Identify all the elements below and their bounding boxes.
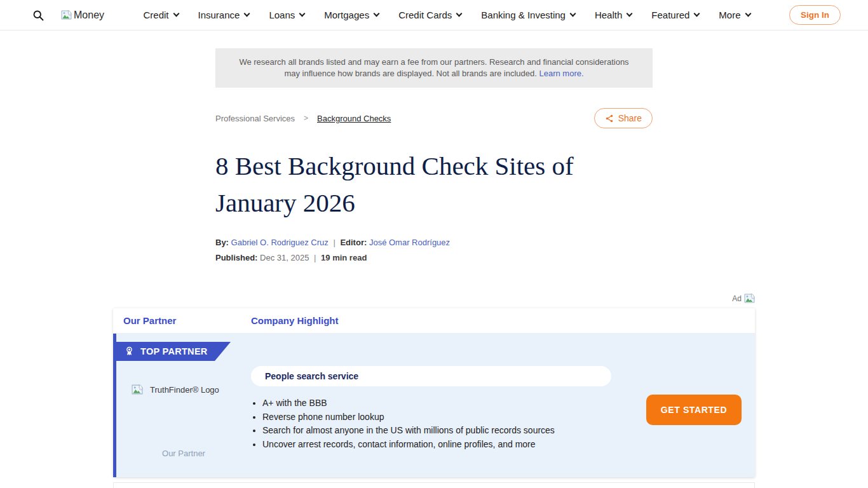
nav-menu-item[interactable]: Credit Cards	[398, 10, 461, 20]
chevron-down-icon	[456, 11, 463, 17]
nav-menu-item[interactable]: Credit	[144, 10, 179, 20]
highlight-bullet: Search for almost anyone in the US with …	[262, 426, 555, 435]
nav-menu-item-label: Insurance	[198, 10, 240, 20]
ad-label-row: Ad	[113, 294, 755, 303]
chevron-down-icon	[694, 11, 700, 17]
company-highlight-column-header: Company Highlight	[251, 315, 339, 326]
top-partner-ribbon: TOP PARTNER	[116, 342, 231, 361]
chevron-down-icon	[244, 11, 250, 17]
breadcrumb-current[interactable]: Background Checks	[317, 114, 391, 123]
published-separator: |	[314, 253, 316, 262]
published-label: Published:	[215, 253, 257, 262]
byline: By: Gabriel O. Rodriguez Cruz | Editor: …	[215, 238, 868, 262]
money-logo[interactable]: Money	[61, 10, 104, 21]
medal-icon	[125, 346, 134, 356]
service-category-pill: People search service	[251, 366, 611, 386]
highlight-bullet: Uncover arrest records, contact informat…	[262, 440, 555, 449]
chevron-down-icon	[569, 11, 576, 17]
chevron-down-icon	[627, 11, 633, 17]
nav-menu-item-label: Health	[595, 10, 622, 20]
chevron-down-icon	[374, 11, 380, 17]
search-icon[interactable]	[32, 9, 44, 22]
nav-menu-item-label: More	[719, 10, 740, 20]
broken-image-icon	[132, 384, 143, 395]
by-label: By:	[215, 238, 229, 247]
partner-logo-alt-text: TruthFinder® Logo	[150, 385, 219, 395]
nav-menu-item[interactable]: Insurance	[198, 10, 250, 20]
nav-menu-item-label: Featured	[651, 10, 689, 20]
editor-label: Editor:	[340, 238, 367, 247]
breadcrumb-row: Professional Services > Background Check…	[215, 108, 653, 128]
byline-separator: |	[333, 238, 335, 247]
next-partner-card-stub	[113, 482, 755, 488]
published-date: Dec 31, 2025	[260, 253, 309, 262]
broken-image-icon	[744, 294, 755, 303]
nav-menu-item-label: Credit	[144, 10, 169, 20]
breadcrumb-parent[interactable]: Professional Services	[215, 114, 295, 123]
highlight-bullet: Reverse phone number lookup	[262, 412, 555, 421]
editor-link[interactable]: José Omar Rodríguez	[369, 238, 450, 247]
learn-more-link[interactable]: Learn more.	[539, 69, 583, 78]
top-navigation-bar: Money Credit Insurance Loans Mortgages	[0, 0, 868, 30]
chevron-down-icon	[299, 11, 306, 17]
share-icon	[605, 114, 614, 123]
top-partner-card: Our Partner Company Highlight TOP PARTNE…	[113, 308, 755, 477]
top-partner-ribbon-label: TOP PARTNER	[140, 346, 208, 356]
chevron-down-icon	[745, 11, 751, 17]
breadcrumb-separator-icon: >	[304, 114, 308, 123]
nav-menu-item-label: Credit Cards	[398, 10, 452, 20]
logo-alt-text: Money	[74, 10, 104, 21]
highlight-bullet-list: A+ with the BBB Reverse phone number loo…	[262, 398, 555, 453]
published-line: Published: Dec 31, 2025 | 19 min read	[215, 253, 868, 262]
sign-in-button[interactable]: Sign In	[789, 5, 841, 25]
our-partner-caption: Our Partner	[116, 449, 251, 458]
share-button-label: Share	[618, 113, 642, 123]
page-title-line1: 8 Best Background Check Sites of	[215, 147, 660, 184]
author-link[interactable]: Gabriel O. Rodriguez Cruz	[231, 238, 329, 247]
our-partner-column-header: Our Partner	[113, 315, 251, 326]
breadcrumb: Professional Services > Background Check…	[215, 114, 391, 123]
nav-menu-item-label: Mortgages	[324, 10, 369, 20]
nav-menu-item[interactable]: Mortgages	[324, 10, 379, 20]
advertiser-disclosure-banner: We research all brands listed and may ea…	[215, 48, 653, 88]
nav-menu-item[interactable]: Loans	[269, 10, 304, 20]
page-title-line2: January 2026	[215, 184, 660, 221]
partner-logo[interactable]: TruthFinder® Logo	[132, 384, 219, 395]
chevron-down-icon	[173, 11, 179, 17]
nav-menu-item[interactable]: Banking & Investing	[481, 10, 575, 20]
main-navigation: Credit Insurance Loans Mortgages Credit …	[104, 10, 789, 20]
nav-menu-item-label: Banking & Investing	[481, 10, 566, 20]
highlight-bullet: A+ with the BBB	[262, 398, 555, 407]
read-time: 19 min read	[321, 253, 367, 262]
get-started-button[interactable]: GET STARTED	[646, 395, 742, 425]
author-line: By: Gabriel O. Rodriguez Cruz | Editor: …	[215, 238, 868, 247]
partner-card-body: TOP PARTNER TruthFinder® Logo Our Partne…	[113, 334, 755, 477]
nav-menu-item[interactable]: Health	[595, 10, 632, 20]
share-button[interactable]: Share	[594, 108, 653, 128]
nav-menu-item[interactable]: Featured	[651, 10, 699, 20]
ad-label: Ad	[732, 294, 742, 303]
partner-card-header: Our Partner Company Highlight	[113, 308, 755, 334]
nav-menu-item-label: Loans	[269, 10, 295, 20]
nav-menu-item[interactable]: More	[719, 10, 750, 20]
broken-image-icon	[61, 10, 72, 20]
page-title: 8 Best Background Check Sites of January…	[215, 147, 660, 221]
